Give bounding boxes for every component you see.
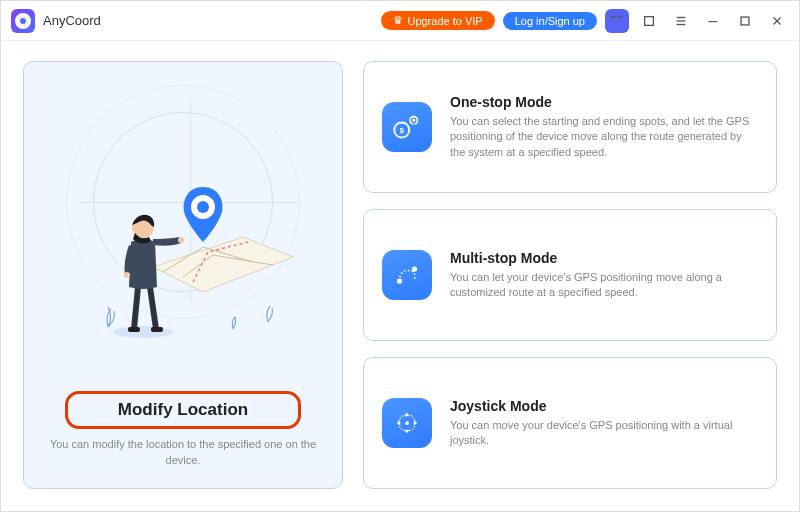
svg-rect-12 [151,327,163,332]
joystick-mode-icon [382,398,432,448]
svg-point-9 [197,201,209,213]
login-signup-button[interactable]: Log in/Sign up [503,12,597,30]
minimize-button[interactable]: – [701,9,725,33]
svg-point-10 [113,326,173,338]
modify-location-illustration [40,82,326,391]
svg-point-22 [405,421,409,425]
vip-label: Upgrade to VIP [407,15,482,27]
close-button[interactable] [765,9,789,33]
window-restore-icon [642,14,656,28]
one-stop-mode-card[interactable]: $ One-stop Mode You can select the start… [363,61,777,193]
modify-location-desc: You can modify the location to the speci… [43,437,323,468]
svg-text:$: $ [400,126,405,135]
multi-stop-mode-card[interactable]: Multi-stop Mode You can let your device'… [363,209,777,341]
upgrade-vip-button[interactable]: ♛ Upgrade to VIP [381,11,494,30]
app-window: AnyCoord ♛ Upgrade to VIP Log in/Sign up… [0,0,800,512]
person-map-pin-icon [53,117,313,357]
crown-icon: ♛ [393,14,403,27]
content-area: Modify Location You can modify the locat… [1,41,799,511]
svg-marker-24 [405,430,410,434]
svg-marker-26 [414,421,418,426]
svg-rect-0 [645,16,654,25]
mode-list: $ One-stop Mode You can select the start… [363,61,777,489]
app-logo-icon [11,9,35,33]
svg-point-19 [397,278,402,283]
one-stop-mode-icon: $ [382,102,432,152]
modify-location-title: Modify Location [65,391,301,429]
joystick-desc: You can move your device's GPS positioni… [450,418,758,449]
close-icon [770,14,784,28]
one-stop-desc: You can select the starting and ending s… [450,114,758,160]
titlebar: AnyCoord ♛ Upgrade to VIP Log in/Sign up… [1,1,799,41]
joystick-mode-card[interactable]: Joystick Mode You can move your device's… [363,357,777,489]
multi-stop-desc: You can let your device's GPS positionin… [450,270,758,301]
menu-icon [674,14,688,28]
svg-point-13 [178,237,184,243]
login-label: Log in/Sign up [515,15,585,27]
discord-button[interactable] [605,9,629,33]
app-title: AnyCoord [43,13,101,28]
svg-rect-11 [128,327,140,332]
maximize-icon [738,14,752,28]
window-restore-button[interactable] [637,9,661,33]
minimize-icon: – [709,12,718,30]
joystick-title: Joystick Mode [450,398,758,414]
one-stop-title: One-stop Mode [450,94,758,110]
svg-rect-4 [741,17,749,25]
modify-location-card[interactable]: Modify Location You can modify the locat… [23,61,343,489]
menu-button[interactable] [669,9,693,33]
svg-point-20 [412,266,417,271]
multi-stop-title: Multi-stop Mode [450,250,758,266]
svg-point-14 [124,272,130,278]
discord-icon [610,14,624,28]
multi-stop-mode-icon [382,250,432,300]
maximize-button[interactable] [733,9,757,33]
